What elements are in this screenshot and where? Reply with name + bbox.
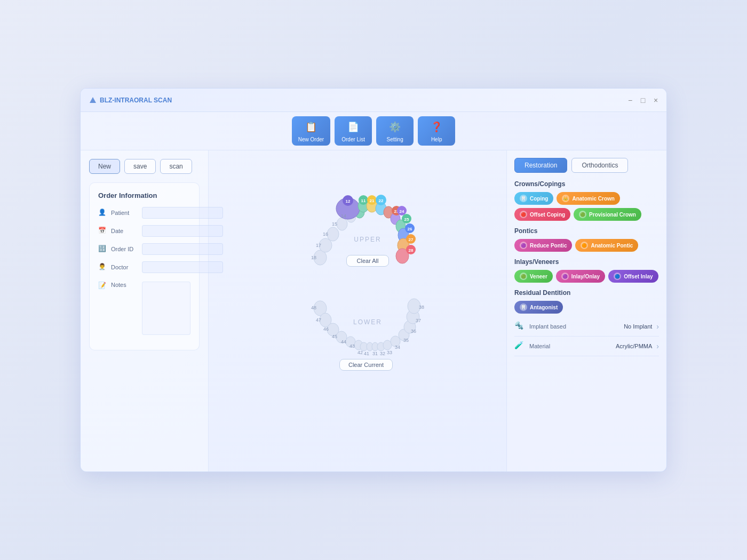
order-list-label: Order List bbox=[341, 137, 365, 142]
orderid-icon: 🔢 bbox=[98, 245, 107, 253]
antagonist-icon: 🦷 bbox=[520, 303, 527, 311]
new-button[interactable]: New bbox=[89, 159, 120, 174]
title-bar: BLZ-INTRAORAL SCAN − □ × bbox=[81, 89, 666, 112]
offset-coping-button[interactable]: 🔴 Offset Coping bbox=[514, 208, 570, 221]
left-panel: New save scan Order Information 👤 Patien… bbox=[81, 150, 209, 471]
material-arrow-icon: › bbox=[656, 342, 659, 350]
setting-button[interactable]: ⚙️ Setting bbox=[376, 116, 414, 146]
offset-inlay-button[interactable]: 🔵 Offset Inlay bbox=[608, 270, 658, 283]
anatomic-pontic-button[interactable]: 🟠 Anatomic Pontic bbox=[575, 239, 638, 252]
order-list-button[interactable]: 📄 Order List bbox=[335, 116, 372, 146]
date-icon: 📅 bbox=[98, 227, 107, 235]
anatomic-pontic-icon: 🟠 bbox=[581, 242, 588, 249]
svg-text:LOWER: LOWER bbox=[353, 318, 382, 326]
svg-text:32: 32 bbox=[380, 351, 385, 356]
new-order-button[interactable]: 📋 New Order bbox=[292, 116, 330, 146]
tab-restoration[interactable]: Restoration bbox=[514, 158, 567, 173]
svg-text:11: 11 bbox=[361, 198, 366, 203]
provisional-label: Provisional Crown bbox=[589, 212, 636, 218]
svg-text:16: 16 bbox=[323, 231, 328, 237]
app-window: BLZ-INTRAORAL SCAN − □ × 📋 New Order 📄 O… bbox=[80, 88, 667, 472]
svg-text:31: 31 bbox=[372, 351, 378, 356]
offset-coping-label: Offset Coping bbox=[530, 212, 565, 218]
setting-icon: ⚙️ bbox=[387, 119, 402, 134]
save-button[interactable]: save bbox=[124, 159, 156, 174]
veneer-button[interactable]: 🟢 Veneer bbox=[514, 270, 553, 283]
antagonist-label: Antagonist bbox=[530, 305, 558, 310]
new-order-label: New Order bbox=[298, 137, 324, 142]
svg-marker-0 bbox=[90, 97, 96, 103]
svg-text:17: 17 bbox=[316, 243, 321, 248]
svg-text:44: 44 bbox=[341, 339, 346, 345]
svg-text:37: 37 bbox=[416, 318, 421, 323]
clear-all-button[interactable]: Clear All bbox=[346, 255, 389, 267]
toolbar: 📋 New Order 📄 Order List ⚙️ Setting ❓ He… bbox=[81, 112, 666, 150]
coping-button[interactable]: 🦷 Coping bbox=[514, 192, 553, 205]
help-label: Help bbox=[431, 137, 442, 142]
action-buttons: New save scan bbox=[89, 159, 200, 174]
svg-text:12: 12 bbox=[346, 199, 351, 204]
help-button[interactable]: ❓ Help bbox=[418, 116, 455, 146]
residual-dentition-title: Residual Dentition bbox=[514, 289, 659, 297]
center-panel: 18 17 16 15 14 12 11 21 22 bbox=[209, 150, 506, 471]
reduce-pontic-label: Reduce Pontic bbox=[530, 243, 567, 249]
svg-text:48: 48 bbox=[311, 305, 316, 310]
svg-text:34: 34 bbox=[395, 345, 400, 350]
implant-row[interactable]: 🔩 Implant based No Implant › bbox=[514, 317, 659, 337]
main-content: New save scan Order Information 👤 Patien… bbox=[81, 150, 666, 471]
notes-input[interactable] bbox=[142, 282, 190, 335]
reduce-pontic-button[interactable]: 🟣 Reduce Pontic bbox=[514, 239, 572, 252]
minimize-button[interactable]: − bbox=[626, 96, 634, 105]
notes-icon: 📝 bbox=[98, 282, 107, 290]
orderid-label: Order ID bbox=[111, 246, 138, 252]
svg-text:14: 14 bbox=[341, 213, 346, 219]
maximize-button[interactable]: □ bbox=[639, 96, 647, 105]
date-field: 📅 Date bbox=[98, 225, 190, 237]
inlay-onlay-button[interactable]: 🟣 Inlay/Onlay bbox=[556, 270, 605, 283]
crowns-copings-title: Crowns/Copings bbox=[514, 180, 659, 188]
window-controls: − □ × bbox=[626, 96, 660, 105]
svg-text:35: 35 bbox=[403, 338, 409, 343]
close-button[interactable]: × bbox=[651, 96, 660, 105]
provisional-crown-button[interactable]: 🟢 Provisional Crown bbox=[574, 208, 641, 221]
residual-dentition-grid: 🦷 Antagonist bbox=[514, 301, 659, 314]
svg-text:36: 36 bbox=[411, 329, 416, 334]
antagonist-button[interactable]: 🦷 Antagonist bbox=[514, 301, 563, 314]
inlay-label: Inlay/Onlay bbox=[571, 274, 600, 279]
anatomic-pontic-label: Anatomic Pontic bbox=[591, 243, 633, 249]
offset-inlay-icon: 🔵 bbox=[614, 273, 621, 280]
material-icon: 🧪 bbox=[514, 341, 525, 351]
implant-arrow-icon: › bbox=[656, 322, 659, 331]
date-label: Date bbox=[111, 228, 138, 234]
svg-text:46: 46 bbox=[323, 326, 329, 332]
svg-text:45: 45 bbox=[332, 334, 337, 339]
tab-orthodontics[interactable]: Orthodontics bbox=[571, 158, 628, 173]
patient-field: 👤 Patient bbox=[98, 207, 190, 219]
veneer-icon: 🟢 bbox=[520, 273, 527, 280]
help-icon: ❓ bbox=[429, 119, 444, 134]
coping-label: Coping bbox=[530, 196, 548, 202]
right-tabs: Restoration Orthodontics bbox=[514, 158, 659, 173]
reduce-pontic-icon: 🟣 bbox=[520, 242, 527, 249]
inlays-veneers-grid: 🟢 Veneer 🟣 Inlay/Onlay 🔵 Offset Inlay bbox=[514, 270, 659, 283]
dental-arch-container: 18 17 16 15 14 12 11 21 22 bbox=[267, 159, 448, 404]
pontics-title: Pontics bbox=[514, 227, 659, 235]
pontics-grid: 🟣 Reduce Pontic 🟠 Anatomic Pontic bbox=[514, 239, 659, 252]
implant-icon: 🔩 bbox=[514, 321, 525, 332]
app-title: BLZ-INTRAORAL SCAN bbox=[89, 97, 172, 104]
notes-field: 📝 Notes bbox=[98, 279, 190, 335]
orderid-field: 🔢 Order ID bbox=[98, 243, 190, 255]
anatomic-crown-button[interactable]: 👑 Anatomic Crown bbox=[557, 192, 619, 205]
app-title-text: BLZ-INTRAORAL SCAN bbox=[100, 97, 172, 104]
material-value: Acrylic/PMMA bbox=[616, 343, 652, 349]
order-info-panel: Order Information 👤 Patient 📅 Date 🔢 Ord… bbox=[89, 182, 200, 350]
scan-button[interactable]: scan bbox=[160, 159, 192, 174]
anatomic-crown-label: Anatomic Crown bbox=[572, 196, 614, 202]
material-row[interactable]: 🧪 Material Acrylic/PMMA › bbox=[514, 337, 659, 356]
svg-text:24: 24 bbox=[400, 209, 404, 214]
anatomic-crown-icon: 👑 bbox=[562, 195, 569, 202]
patient-label: Patient bbox=[111, 210, 138, 216]
svg-text:15: 15 bbox=[332, 221, 337, 227]
svg-text:42: 42 bbox=[357, 350, 363, 355]
clear-current-button[interactable]: Clear Current bbox=[339, 359, 393, 371]
